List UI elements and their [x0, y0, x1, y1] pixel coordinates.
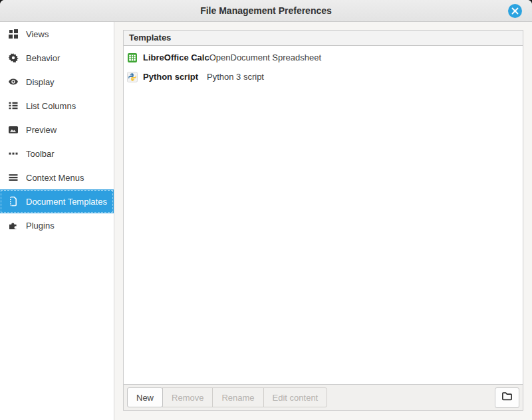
file-management-preferences-window: File Management Preferences Views: [0, 0, 532, 420]
sidebar-item-label: Context Menus: [26, 173, 84, 183]
python-icon: [127, 72, 138, 82]
close-icon: [511, 7, 519, 15]
sidebar-item-list-columns[interactable]: List Columns: [0, 94, 114, 118]
sidebar-item-document-templates[interactable]: Document Templates: [0, 189, 114, 213]
templates-header-label: Templates: [129, 33, 171, 43]
sidebar-item-label: List Columns: [26, 101, 76, 111]
open-templates-folder-button[interactable]: [495, 387, 519, 408]
templates-list: LibreOffice Calc OpenDocument Spreadshee…: [124, 46, 523, 384]
grid-icon: [8, 29, 19, 39]
document-icon: [8, 196, 19, 207]
edit-content-button[interactable]: Edit content: [263, 387, 328, 407]
sidebar-item-label: Preview: [26, 125, 57, 135]
sidebar-item-label: Views: [26, 29, 49, 39]
close-button[interactable]: [508, 4, 522, 18]
remove-button[interactable]: Remove: [162, 387, 213, 407]
sidebar-item-label: Plugins: [26, 221, 55, 231]
templates-header: Templates: [124, 31, 523, 46]
new-button[interactable]: New: [127, 387, 163, 407]
sidebar: Views Behavior: [0, 22, 114, 420]
puzzle-icon: [8, 220, 19, 231]
sidebar-item-views[interactable]: Views: [0, 22, 114, 46]
template-name: LibreOffice Calc: [143, 52, 209, 62]
sidebar-item-context-menus[interactable]: Context Menus: [0, 165, 114, 189]
menu-lines-icon: [8, 172, 19, 183]
gear-icon: [8, 52, 19, 63]
sidebar-item-display[interactable]: Display: [0, 70, 114, 94]
window-title: File Management Preferences: [0, 0, 532, 21]
folder-icon: [501, 390, 513, 405]
dots-icon: [8, 148, 19, 159]
sidebar-item-toolbar[interactable]: Toolbar: [0, 142, 114, 165]
eye-icon: [8, 76, 19, 87]
titlebar[interactable]: File Management Preferences: [0, 0, 532, 22]
sidebar-item-label: Display: [26, 77, 55, 87]
sidebar-item-preview[interactable]: Preview: [0, 118, 114, 142]
template-name: Python script: [143, 72, 207, 82]
main-area: Templates LibreOffice Calc OpenDocumen: [114, 22, 532, 420]
list-columns-icon: [8, 100, 19, 111]
templates-toolbar: New Remove Rename Edit content: [124, 384, 523, 410]
image-icon: [8, 124, 19, 135]
templates-panel: Templates LibreOffice Calc OpenDocumen: [123, 30, 523, 411]
template-row-libreoffice-calc[interactable]: LibreOffice Calc OpenDocument Spreadshee…: [124, 48, 523, 67]
template-actions-group: New Remove Rename Edit content: [127, 387, 327, 407]
rename-button[interactable]: Rename: [212, 387, 263, 407]
sidebar-item-label: Behavior: [26, 53, 60, 63]
template-description: OpenDocument Spreadsheet: [209, 52, 321, 62]
sidebar-item-label: Toolbar: [26, 149, 55, 159]
sidebar-item-label: Document Templates: [26, 197, 107, 207]
sidebar-item-behavior[interactable]: Behavior: [0, 46, 114, 70]
calc-icon: [127, 52, 138, 63]
template-row-python-script[interactable]: Python script Python 3 script: [124, 67, 523, 86]
template-description: Python 3 script: [207, 72, 264, 82]
window-content: Views Behavior: [0, 22, 532, 420]
sidebar-item-plugins[interactable]: Plugins: [0, 213, 114, 237]
